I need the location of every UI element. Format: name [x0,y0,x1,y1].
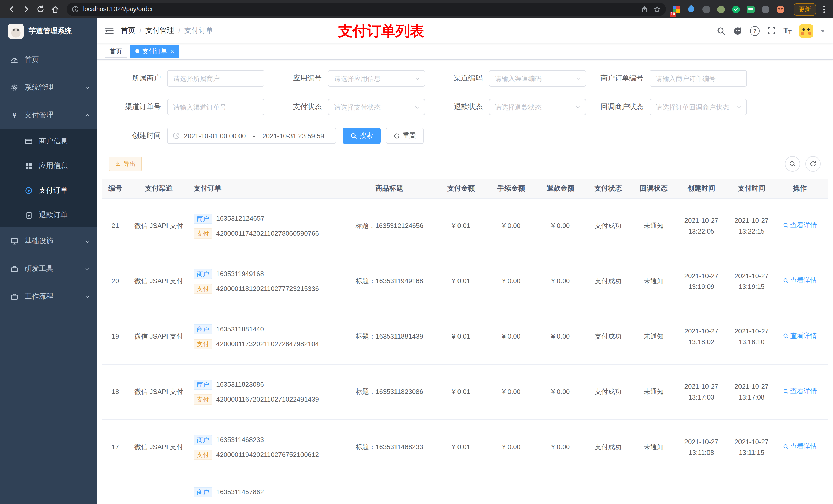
browser-menu-icon[interactable] [820,6,828,13]
tab-close-icon[interactable]: × [171,48,174,54]
filter-field-refund-status: 退款状态 [425,99,586,115]
cell-action: 查看详情 [777,220,823,232]
merchant-select-input[interactable] [172,74,259,83]
cell-pay-time: 2021-10-2713:17:08 [727,382,777,403]
sidebar-item-workflow[interactable]: 工作流程 [0,283,97,310]
app-logo[interactable]: 芋道管理系统 [0,19,97,44]
pay-status-select[interactable] [328,99,425,115]
sidebar-item-merchant-info[interactable]: 商户信息 [0,129,97,154]
tabs-bar: 首页 支付订单 × [97,43,833,60]
avatar-caret-icon[interactable] [821,29,825,32]
pay-tag: 支付 [194,394,212,405]
site-info-icon[interactable] [72,6,79,13]
sidebar-item-label: 工作流程 [25,292,53,301]
channel-pay-no: 4200001174202110278060590766 [216,229,319,239]
address-bar[interactable]: localhost:1024/pay/order [67,3,666,16]
breadcrumb-separator: / [178,27,180,35]
search-button[interactable]: 搜索 [343,127,381,144]
cell-fee: ¥ 0.00 [487,442,536,453]
view-detail-label: 查看详情 [790,220,817,231]
yen-icon: ¥ [10,111,19,119]
tab-pay-order[interactable]: 支付订单 × [130,45,179,58]
extension-drop-icon[interactable] [686,4,696,14]
table-row: 17 微信 JSAPI 支付 商户1635311468233 支付4200001… [102,420,828,475]
column-header: 回调状态 [631,184,676,193]
pay-tag: 支付 [194,229,212,239]
payment-submenu: 商户信息 应用信息 支付订单 [0,129,97,227]
extension-chat-icon[interactable] [745,4,756,14]
merchant-select[interactable] [167,70,264,87]
help-icon[interactable]: ? [750,26,760,35]
sidebar-item-app-info[interactable]: 应用信息 [0,154,97,178]
filter-label: 渠道编码 [425,74,489,83]
channel-order-no-field[interactable] [167,99,264,115]
extension-grid-icon[interactable]: 10 [671,4,681,14]
channel-code-select[interactable] [489,70,586,87]
chevron-down-icon [414,75,420,81]
browser-home-icon[interactable] [48,3,62,16]
search-icon[interactable] [717,26,725,35]
breadcrumb-current: 支付订单 [185,26,213,35]
extension-face-icon[interactable] [775,4,785,14]
browser-back-icon[interactable] [5,3,19,16]
user-avatar[interactable] [799,24,813,38]
app-select[interactable] [328,70,425,87]
extension-check-icon[interactable] [731,4,741,14]
breadcrumb-home[interactable]: 首页 [121,26,135,35]
sidebar-item-pay-order[interactable]: 支付订单 [0,178,97,203]
app-title: 芋道管理系统 [29,27,72,36]
sidebar-item-payment[interactable]: ¥ 支付管理 [0,101,97,129]
sidebar-item-system[interactable]: 系统管理 [0,74,97,101]
view-detail-link[interactable]: 查看详情 [783,442,817,452]
view-detail-link[interactable]: 查看详情 [783,386,817,397]
cell-fee: ¥ 0.00 [487,332,536,342]
create-time-range-picker[interactable]: 2021-10-01 00:00:00 - 2021-10-31 23:59:5… [167,127,336,144]
reset-button[interactable]: 重置 [386,127,424,144]
sidebar-item-refund-order[interactable]: 退款订单 [0,203,97,227]
view-detail-link[interactable]: 查看详情 [783,220,817,231]
filter-row: 创建时间 2021-10-01 00:00:00 - 2021-10-31 23… [97,127,833,144]
bookmark-star-icon[interactable] [653,5,661,13]
view-detail-link[interactable]: 查看详情 [783,331,817,341]
pay-status-input[interactable] [333,103,412,112]
logo-avatar [8,24,24,39]
merchant-order-no-input[interactable] [655,74,742,83]
sidebar-item-infrastructure[interactable]: 基础设施 [0,227,97,255]
tab-home[interactable]: 首页 [104,45,127,58]
table-search-toggle-icon[interactable] [785,156,800,172]
browser-forward-icon[interactable] [20,3,33,16]
grid-icon [25,162,33,170]
notify-status-select[interactable] [649,99,747,115]
refund-status-select[interactable] [489,99,586,115]
channel-code-input[interactable] [494,74,573,83]
cell-pay-order: 商户1635311823086 支付4200001167202110271022… [190,375,343,409]
fullscreen-icon[interactable] [767,27,776,35]
pay-tag: 支付 [194,450,212,460]
filter-field-merchant: 所属商户 [103,70,264,87]
share-icon[interactable] [641,6,648,13]
extension-pin-icon[interactable] [760,4,770,14]
app-select-input[interactable] [333,74,412,83]
merchant-tag: 商户 [194,324,212,334]
notify-status-input[interactable] [655,103,734,112]
browser-reload-icon[interactable] [34,3,47,16]
export-button[interactable]: 导出 [109,157,142,171]
hamburger-icon[interactable] [97,27,121,35]
view-detail-link[interactable]: 查看详情 [783,276,817,286]
breadcrumb-pay-management[interactable]: 支付管理 [145,26,174,35]
refund-status-input[interactable] [494,103,573,112]
github-icon[interactable] [733,26,742,35]
table-header-row: 编号 支付渠道 支付订单 商品标题 支付金额 手续金额 退款金额 支付状态 回调… [102,179,828,199]
cell-refund: ¥ 0.00 [536,332,585,342]
extension-dark-icon[interactable] [701,4,711,14]
browser-update-button[interactable]: 更新 [793,3,816,16]
font-size-icon[interactable]: TT [783,27,791,35]
table-refresh-icon[interactable] [805,156,821,172]
sidebar-item-home[interactable]: 首页 [0,46,97,74]
top-navbar: 首页 / 支付管理 / 支付订单 支付订单列表 ? [97,19,833,43]
cell-fee: ¥ 0.00 [487,221,536,231]
extension-green-gray-icon[interactable] [716,4,726,14]
channel-order-no-input[interactable] [172,103,259,112]
sidebar-item-dev-tools[interactable]: 研发工具 [0,255,97,283]
merchant-order-no-field[interactable] [649,70,747,87]
